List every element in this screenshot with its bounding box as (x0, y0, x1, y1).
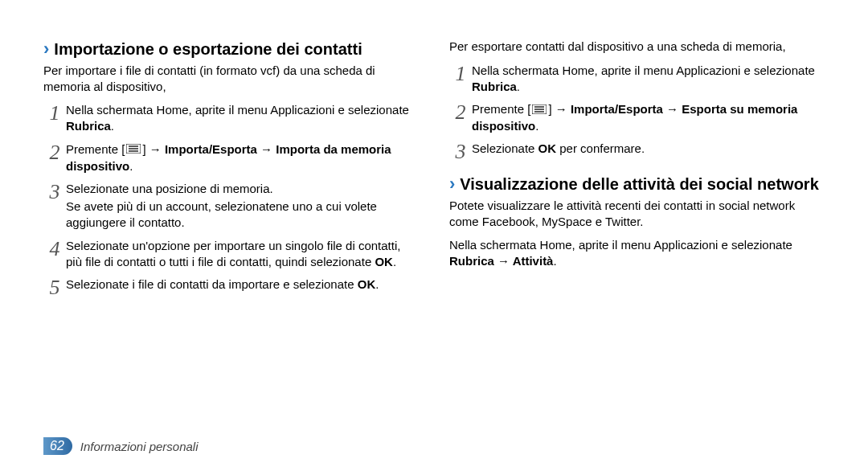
step-item: 2 Premente [] → Importa/Esporta → Esport… (449, 101, 825, 134)
step-body: Nella schermata Home, aprite il menu App… (66, 102, 419, 135)
steps-list-right: 1 Nella schermata Home, aprite il menu A… (449, 63, 825, 163)
section-heading-social: › Visualizzazione delle attività dei soc… (449, 174, 825, 195)
step-number: 2 (449, 101, 472, 134)
step-body: Premente [] → Importa/Esporta → Esporta … (472, 101, 825, 134)
step-number: 4 (43, 238, 66, 271)
step-number: 5 (43, 276, 66, 298)
step-body: Selezionate una posizione di memoria. Se… (66, 181, 419, 231)
paragraph: Potete visualizzare le attività recenti … (449, 198, 825, 229)
step-number: 3 (449, 141, 472, 162)
footer-section-name: Informazioni personali (80, 440, 199, 453)
step-number: 3 (43, 181, 66, 231)
paragraph: Nella schermata Home, aprite il menu App… (449, 237, 825, 268)
menu-icon (126, 141, 141, 158)
page-footer: 62 Informazioni personali (43, 437, 199, 455)
step-body: Selezionate OK per confermare. (472, 141, 645, 162)
step-item: 4 Selezionate un'opzione per importare u… (43, 238, 419, 271)
step-body: Selezionate un'opzione per importare un … (66, 238, 419, 271)
menu-icon (532, 102, 547, 118)
step-item: 5 Selezionate i file di contatti da impo… (43, 276, 419, 298)
step-number: 1 (449, 63, 472, 96)
step-body: Premente [] → Importa/Esporta → Importa … (66, 141, 419, 174)
step-item: 3 Selezionate una posizione di memoria. … (43, 181, 419, 231)
right-column: Per esportare contatti dal dispositivo a… (449, 39, 825, 305)
heading-text: Visualizzazione delle attività dei socia… (460, 174, 818, 195)
step-item: 2 Premente [] → Importa/Esporta → Import… (43, 141, 419, 174)
chevron-icon: › (449, 175, 455, 193)
step-item: 3 Selezionate OK per confermare. (449, 141, 825, 162)
step-item: 1 Nella schermata Home, aprite il menu A… (449, 63, 825, 96)
section-heading-import-export: › Importazione o esportazione dei contat… (43, 39, 419, 59)
step-number: 2 (43, 141, 66, 174)
step-number: 1 (43, 102, 66, 135)
steps-list-left: 1 Nella schermata Home, aprite il menu A… (43, 102, 419, 298)
intro-text: Per esportare contatti dal dispositivo a… (449, 39, 825, 55)
intro-text: Per importare i file di contatti (in for… (43, 63, 419, 94)
chevron-icon: › (43, 40, 49, 58)
left-column: › Importazione o esportazione dei contat… (43, 39, 419, 305)
step-body: Selezionate i file di contatti da import… (66, 276, 379, 298)
step-item: 1 Nella schermata Home, aprite il menu A… (43, 102, 419, 135)
step-body: Nella schermata Home, aprite il menu App… (472, 63, 825, 96)
page-number: 62 (43, 437, 72, 455)
heading-text: Importazione o esportazione dei contatti (54, 39, 362, 59)
